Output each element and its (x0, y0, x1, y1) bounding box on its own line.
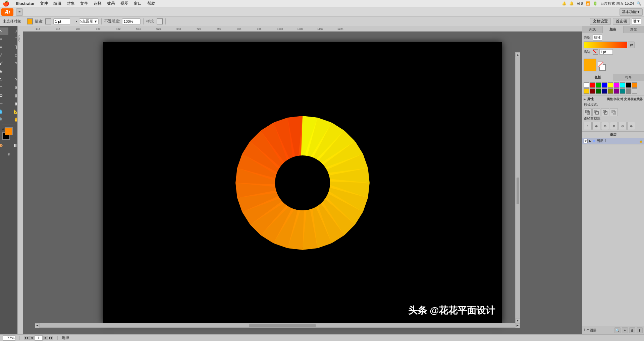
blend-btn[interactable]: ◈ (0, 68, 8, 75)
hscroll-thumb[interactable] (249, 324, 316, 327)
free-transform-btn[interactable]: ⊞ (9, 84, 18, 91)
extra-dropdown[interactable]: 咻▼ (632, 18, 641, 24)
menu-item-object[interactable]: 对象 (67, 1, 75, 6)
measure-btn[interactable]: 📐 (9, 108, 18, 115)
eyedropper-btn[interactable]: 💧 (0, 108, 8, 115)
page-input[interactable] (35, 335, 43, 341)
fill-large-color[interactable] (584, 59, 596, 71)
arrange-view-btn[interactable]: ≡ (16, 8, 23, 16)
style-box[interactable] (157, 18, 163, 24)
hscroll-right-arrow[interactable]: ▶ (515, 323, 520, 328)
swatch-orange[interactable] (632, 82, 637, 88)
shape-dropdown[interactable]: 5点圆形▼ (79, 18, 99, 24)
selection-tool-btn[interactable]: ↖ (0, 27, 8, 35)
swatch-dark-green[interactable] (596, 88, 601, 94)
menu-item-effects[interactable]: 效果 (107, 1, 115, 6)
notification-icon2[interactable]: 🔔 (569, 1, 574, 6)
pf-exclude[interactable] (610, 108, 618, 116)
layer-delete-btn[interactable]: 🗑 (629, 327, 635, 333)
next-page-btn[interactable]: ▶▶ (49, 336, 53, 340)
tab-layers[interactable]: 图层 (582, 132, 644, 138)
layer-eye-icon[interactable]: 👁 (584, 139, 588, 143)
opacity-input[interactable] (122, 18, 141, 24)
menu-item-window[interactable]: 窗口 (134, 1, 142, 6)
swatch-light-gray[interactable] (632, 88, 637, 94)
stroke-width-input[interactable] (53, 18, 70, 24)
search-icon[interactable]: 🔍 (637, 1, 641, 6)
notification-icon[interactable]: 🔔 (562, 1, 567, 6)
tab-gradient[interactable]: 渐变 (624, 26, 644, 33)
mesh-btn[interactable]: ⊹ (0, 100, 8, 107)
rotate-btn[interactable]: ↻ (0, 76, 8, 83)
gradient-btn[interactable]: ▣ (9, 100, 18, 107)
layer-expand-icon[interactable]: ▶ (589, 139, 591, 143)
pf-hard-mix[interactable]: ⊛ (627, 122, 635, 130)
menu-item-edit[interactable]: 编辑 (53, 1, 61, 6)
layer-new-btn[interactable]: + (622, 327, 628, 333)
eraser-btn[interactable]: ⬚ (9, 68, 18, 75)
swatch-green[interactable] (596, 82, 601, 88)
symbol-btn[interactable]: ✿ (0, 92, 8, 99)
warp-btn[interactable]: ⊓ (0, 84, 8, 91)
swatch-black[interactable] (626, 82, 631, 88)
doc-settings-button[interactable]: 文档设置 (590, 18, 611, 25)
attr-tab-xfm[interactable]: 对 (620, 97, 623, 101)
foreground-color-box[interactable] (5, 127, 13, 135)
pf-minus-front[interactable] (592, 108, 600, 116)
prefs-button[interactable]: 首选项 (613, 18, 630, 25)
tab-appearance[interactable]: 外观 (582, 26, 603, 33)
pf-divide[interactable]: ÷ (584, 122, 592, 130)
menu-item-text[interactable]: 文字 (80, 1, 88, 6)
vscroll-up-arrow[interactable]: ▲ (516, 52, 520, 57)
pf-merge[interactable]: ⊖ (601, 122, 609, 130)
swatch-red[interactable] (590, 82, 595, 88)
pencil-btn[interactable]: ✎ (9, 60, 18, 67)
graph-btn[interactable]: ▦ (9, 92, 18, 99)
tab-color[interactable]: 颜色 (603, 26, 623, 33)
direct-selection-tool-btn[interactable]: ↗ (9, 27, 18, 35)
magic-wand-btn[interactable]: ✦ (0, 36, 8, 43)
prev-btn[interactable]: ◀ (29, 336, 34, 340)
pen-btn[interactable]: ✒ (0, 44, 8, 51)
stroke-panel-color[interactable] (593, 49, 598, 55)
gradient-reverse-btn[interactable]: ⇄ (628, 42, 635, 48)
menu-item-help[interactable]: 帮助 (147, 1, 155, 6)
fill-color-box[interactable] (27, 18, 33, 24)
swatch-cyan[interactable] (620, 82, 625, 88)
type-dropdown[interactable]: 线性 (593, 35, 602, 41)
pf-trim[interactable]: ⊕ (592, 122, 600, 130)
vscroll-thumb[interactable] (517, 178, 519, 204)
pf-crop[interactable]: ⊗ (610, 122, 618, 130)
type-btn[interactable]: T (9, 44, 18, 51)
artboard[interactable]: 头条 @花花平面设计 (103, 42, 502, 324)
swatch-purple[interactable] (614, 88, 619, 94)
swatch-gray[interactable] (626, 88, 631, 94)
tab-swatches[interactable]: 色板 (582, 74, 613, 81)
swatch-olive[interactable] (608, 88, 613, 94)
zoom-input[interactable] (3, 335, 15, 341)
menu-item-illustrator[interactable]: Illustrator (16, 1, 35, 6)
swatch-yellow[interactable] (608, 82, 613, 88)
paintbrush-btn[interactable]: 🖌 (0, 60, 8, 67)
swatch-magenta[interactable] (614, 82, 619, 88)
layer-add-btn[interactable]: 🔍 (614, 327, 621, 333)
zoom-btn[interactable]: 🔍 (0, 116, 8, 123)
layer-lock-icon[interactable]: 🔒 (639, 139, 643, 143)
swatch-white[interactable] (584, 82, 589, 88)
next-btn[interactable]: ▶ (43, 336, 48, 340)
appearance-expand-icon[interactable]: ▶ (584, 98, 586, 101)
pf-unite[interactable] (584, 108, 592, 116)
menu-item-file[interactable]: 文件 (40, 1, 48, 6)
prev-page-btn[interactable]: ◀◀ (24, 336, 29, 340)
attr-tab-expand[interactable]: 属性 (607, 97, 613, 101)
attr-tab-var[interactable]: 变 (624, 97, 627, 101)
menu-item-select[interactable]: 选择 (94, 1, 102, 6)
layer-row-1[interactable]: 👁 ▶ 图层 1 🔒 (582, 138, 644, 144)
attr-tab-path[interactable]: 路径查找器 (628, 97, 643, 101)
swatch-gold[interactable] (584, 88, 589, 94)
none-color-btn[interactable]: ⊘ (1, 150, 16, 158)
horizontal-scrollbar[interactable]: ◀ ▶ (35, 323, 520, 328)
scale-btn[interactable]: ⤡ (9, 76, 18, 83)
line-btn[interactable]: ╱ (0, 52, 8, 59)
pf-intersect[interactable] (601, 108, 609, 116)
